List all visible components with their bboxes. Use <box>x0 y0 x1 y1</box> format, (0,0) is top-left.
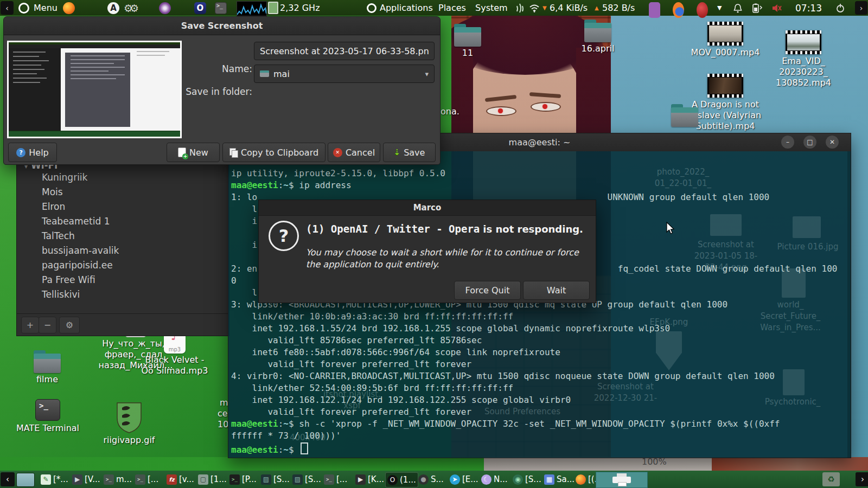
clock[interactable]: 07:13 <box>795 0 822 16</box>
maximize-button[interactable]: □ <box>803 136 816 149</box>
desktop-icon-MATE Terminal[interactable]: >_MATE Terminal <box>4 399 91 434</box>
wifi-network-item[interactable]: Elron <box>42 201 65 212</box>
marco-heading: (1) OpenAI / Twitter - Operais not respo… <box>306 223 583 235</box>
dropdown-triangle-icon[interactable]: ▼ <box>717 0 722 16</box>
image-dark-icon: ▨ <box>292 474 303 485</box>
network-signal-icon[interactable] <box>515 0 526 16</box>
marco-not-responding-dialog[interactable]: Marco ? (1) OpenAI / Twitter - Operais n… <box>258 200 596 303</box>
taskbar-item-label: [S... <box>525 474 541 484</box>
places-menu[interactable]: Places <box>438 0 466 16</box>
taskbar-item[interactable]: ▢[1... <box>196 472 228 486</box>
taskbar-item[interactable]: ✎[*... <box>39 472 70 486</box>
battery-icon[interactable] <box>751 0 763 16</box>
power-icon[interactable] <box>835 0 845 16</box>
taskbar-hide-left-button[interactable]: ‹ <box>1 472 15 486</box>
taskbar-item[interactable]: ▶[V... <box>71 472 101 486</box>
force-quit-button[interactable]: Force Quit <box>454 281 521 300</box>
network-settings-button[interactable]: ⚙ <box>59 317 80 333</box>
taskbar-item[interactable]: ▶[K... <box>354 472 386 486</box>
save-dialog-titlebar[interactable]: Save Screenshot <box>4 17 440 35</box>
taskbar-item[interactable]: >_[... <box>133 472 160 486</box>
notification-bell-icon[interactable] <box>733 0 742 16</box>
taskbar-item[interactable]: >_[P... <box>228 472 258 486</box>
desktop-icon-filme[interactable]: filme <box>4 350 91 385</box>
taskbar-item[interactable]: ➤[E... <box>448 472 480 486</box>
tor-launcher[interactable] <box>159 0 171 16</box>
desktop-icon-folder[interactable] <box>641 104 728 128</box>
trash-applet[interactable]: ♻ <box>822 472 840 486</box>
wifi-icon[interactable] <box>529 0 540 16</box>
opera-launcher[interactable]: O <box>194 0 206 16</box>
wifi-network-item[interactable]: TalTech <box>42 230 75 241</box>
cancel-button[interactable]: ✕ Cancel <box>328 143 380 162</box>
desktop-icon-MOV_0007.mp4[interactable]: MOV_0007.mp4 <box>682 22 769 58</box>
new-button[interactable]: + New <box>167 143 220 162</box>
wifi-network-item[interactable]: bussijaam-avalik <box>42 245 119 256</box>
taskbar-item[interactable]: fz[v... <box>165 472 196 486</box>
video-thumbnail <box>787 34 820 50</box>
taskbar-item-label: [v... <box>179 474 194 484</box>
taskbar-item[interactable]: ☾N... <box>480 472 509 486</box>
wifi-network-item[interactable]: Mois <box>42 187 63 197</box>
record-icon: ● <box>418 474 429 485</box>
workspace-switcher[interactable] <box>16 473 35 487</box>
taskbar-item-label: N... <box>494 474 508 484</box>
terminal-scrollbar[interactable] <box>847 151 851 458</box>
terminal-body[interactable]: photo_2022_01_22-01_01_Screenshot at2023… <box>228 151 851 458</box>
taskbar-item[interactable]: >_m... <box>102 472 133 486</box>
save-screenshot-dialog[interactable]: Save Screenshot <box>3 16 441 165</box>
taskbar-item[interactable]: ▨[S... <box>291 472 323 486</box>
taskbar-item[interactable]: ●S... <box>417 472 445 486</box>
taskbar-item[interactable]: ◉[S... <box>511 472 543 486</box>
minimize-button[interactable]: – <box>781 136 794 149</box>
terminal-line: maa@eesti:~$ sh -c 'xprop -f _NET_WM_WIN… <box>231 419 780 431</box>
wifi-network-item[interactable]: Teabeametid 1 <box>42 216 110 227</box>
opera-icon: O <box>194 2 206 14</box>
wifi-network-item[interactable]: pagaripoisid.ee <box>42 260 113 271</box>
wait-button[interactable]: Wait <box>523 281 590 300</box>
desktop-icon-riigivapp.gif[interactable]: riigivapp.gif <box>86 401 173 446</box>
folder-select[interactable]: mai ▾ <box>254 65 435 83</box>
help-button[interactable]: ? Help <box>8 143 57 162</box>
terminal-line: inet 192.168.1.55/24 brd 192.168.1.255 s… <box>231 323 670 335</box>
cpu-frequency-label[interactable]: 2,32 GHz <box>280 0 320 16</box>
memory-applet[interactable] <box>268 0 278 16</box>
wifi-network-item[interactable]: Pa Free Wifi <box>42 274 95 285</box>
taskbar-item[interactable]: ▦Sa... <box>542 472 576 486</box>
wifi-networks-window[interactable]: ▾ Wi-Fi KuningriikMoisElronTeabeametid 1… <box>16 160 229 336</box>
screenshot-tool-task[interactable] <box>596 472 648 488</box>
taskbar-item[interactable]: O(1... <box>385 472 418 487</box>
wallpaper-strip-brick <box>712 457 868 472</box>
taskbar-hide-right-button[interactable]: › <box>856 472 868 486</box>
panel-hide-left-button[interactable]: ‹ <box>1 1 14 15</box>
telegram-icon: ➤ <box>450 474 460 485</box>
tray-purple-icon[interactable] <box>649 2 660 18</box>
wifi-network-item[interactable]: Telliskivi <box>42 289 80 300</box>
copy-to-clipboard-button[interactable]: Copy to Clipboard <box>222 143 326 162</box>
desktop-icon-16.april[interactable]: 16.april <box>554 20 641 54</box>
cpu-monitor-applet[interactable] <box>237 1 267 16</box>
video-thumbnail <box>709 78 742 94</box>
search-launcher[interactable]: A <box>107 0 119 16</box>
firefox-launcher[interactable] <box>63 0 75 16</box>
name-input[interactable]: Screenshot at 2023-05-17 06-33-58.png <box>254 42 435 60</box>
tray-red-icon[interactable] <box>697 2 708 18</box>
mate-menu-button[interactable]: Menu <box>18 0 58 16</box>
taskbar-item[interactable]: ▨[S... <box>259 472 291 486</box>
tray-orange-icon[interactable] <box>673 2 684 18</box>
terminal-launcher[interactable]: >_ <box>215 0 227 16</box>
taskbar-item[interactable]: >_[... <box>322 472 349 486</box>
save-button[interactable]: ⇣ Save <box>383 143 436 162</box>
marco-titlebar[interactable]: Marco <box>259 200 596 216</box>
panel-hide-right-button[interactable]: › <box>855 1 867 15</box>
add-network-button[interactable]: + <box>21 317 39 333</box>
wifi-network-item[interactable]: Kuningriik <box>42 172 87 183</box>
remove-network-button[interactable]: − <box>39 317 56 333</box>
settings-launcher[interactable]: ⚙⚙ <box>124 0 136 16</box>
close-button[interactable]: ✕ <box>826 136 839 149</box>
system-menu[interactable]: System <box>475 0 508 16</box>
applications-menu[interactable]: Applications <box>367 0 433 16</box>
desktop-icon-Ema_VID_[interactable]: Ema_VID_20230223_130852.mp4 <box>760 30 847 88</box>
folder-icon <box>671 107 698 127</box>
muted-speaker-icon[interactable] <box>771 0 782 16</box>
